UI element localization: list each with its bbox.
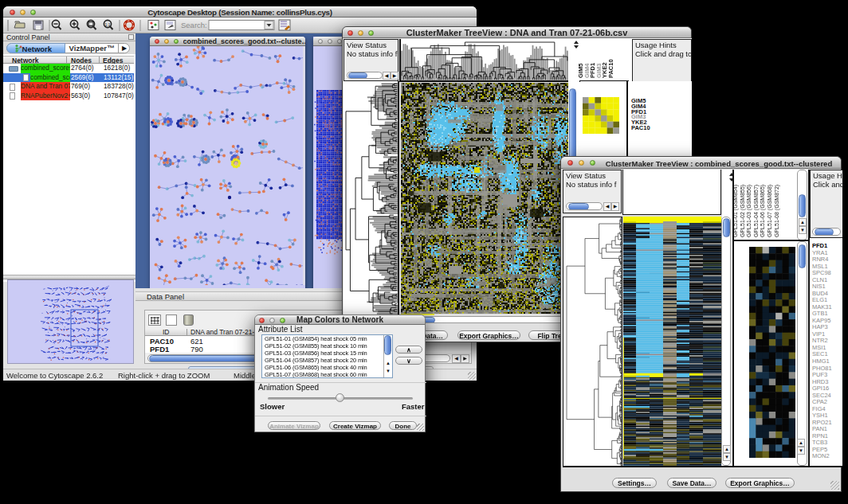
svg-text:1:1: 1:1 — [105, 22, 111, 27]
svg-text:Search:: Search: — [181, 21, 207, 29]
